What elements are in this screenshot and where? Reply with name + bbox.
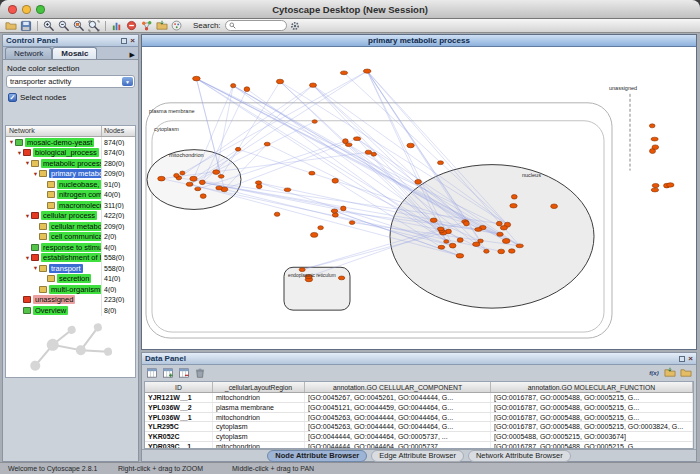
graph-node[interactable] — [502, 238, 510, 243]
graph-node[interactable] — [200, 194, 206, 199]
graph-node[interactable] — [256, 184, 262, 189]
graph-node[interactable] — [498, 249, 505, 254]
graph-node[interactable] — [438, 245, 445, 249]
graph-node[interactable] — [353, 137, 360, 141]
table-row[interactable]: YPL036W__1mitochondrion[GO:0045263, GO:0… — [145, 413, 693, 423]
graph-node[interactable] — [464, 221, 470, 226]
search-field[interactable] — [225, 20, 287, 31]
tree-item[interactable]: cell communication2(0) — [6, 232, 135, 243]
graph-node[interactable] — [551, 204, 558, 209]
tab-network-attribute-browser[interactable]: Network Attribute Browser — [468, 450, 571, 462]
tree-item[interactable]: unassigned223(0) — [6, 295, 135, 306]
graph-node[interactable] — [318, 226, 324, 230]
graph-node[interactable] — [284, 188, 291, 192]
graph-node[interactable] — [449, 243, 456, 248]
delete-attribute-button[interactable] — [177, 367, 191, 380]
formula-builder-button[interactable]: f(x) — [647, 367, 661, 380]
graph-node[interactable] — [195, 187, 201, 191]
table-row[interactable]: YPL036W__2plasma membrane[GO:0045121, GO… — [145, 403, 693, 413]
window-titlebar[interactable]: Cytoscape Desktop (New Session) — [0, 0, 700, 19]
tree-item[interactable]: ▼cellular process422(0) — [6, 211, 135, 222]
graph-node[interactable] — [484, 249, 489, 253]
column-header-region[interactable]: _cellularLayoutRegion — [213, 382, 305, 392]
zoom-fit-button[interactable] — [87, 19, 101, 32]
graph-node[interactable] — [312, 120, 317, 124]
column-header-cellular-component[interactable]: annotation.GO CELLULAR_COMPONENT — [305, 382, 491, 392]
tab-node-attribute-browser[interactable]: Node Attribute Browser — [267, 450, 367, 462]
tree-item[interactable]: response to stimulus4(0) — [6, 242, 135, 253]
tree-item[interactable]: ▼metabolic process280(0) — [6, 158, 135, 169]
graph-node[interactable] — [649, 124, 655, 128]
graph-node[interactable] — [509, 249, 516, 253]
zoom-out-button[interactable] — [57, 19, 71, 32]
graph-node[interactable] — [190, 176, 197, 181]
graph-node[interactable] — [174, 173, 179, 177]
graph-node[interactable] — [332, 178, 338, 183]
graph-node[interactable] — [510, 204, 517, 208]
graph-node[interactable] — [213, 170, 220, 175]
table-row[interactable]: YDR039C__1mitochondrion[GO:0044444, GO:0… — [145, 442, 693, 449]
tree-item[interactable]: nitrogen compound metabolic process40(0) — [6, 190, 135, 201]
create-network-from-selection-button[interactable] — [140, 19, 154, 32]
graph-node[interactable] — [341, 206, 346, 211]
import-network-button[interactable] — [155, 19, 169, 32]
graph-node[interactable] — [218, 175, 224, 179]
float-panel-icon[interactable] — [679, 356, 685, 362]
graph-node[interactable] — [667, 183, 674, 187]
graph-node[interactable] — [652, 183, 659, 187]
expander-icon[interactable]: ▼ — [32, 171, 39, 177]
graph-node[interactable] — [338, 276, 344, 280]
visual-mapper-button[interactable] — [170, 19, 184, 32]
graph-node[interactable] — [365, 150, 372, 154]
close-window-icon[interactable] — [8, 5, 17, 14]
table-row[interactable]: YKR052Ccytoplasm[GO:0044444, GO:0044464,… — [145, 432, 693, 442]
tab-network[interactable]: Network — [5, 47, 52, 59]
tab-scroll-icon[interactable]: ▶ — [130, 51, 136, 59]
expander-icon[interactable]: ▼ — [24, 213, 31, 219]
expander-icon[interactable]: ▼ — [16, 150, 23, 156]
expander-icon[interactable]: ▼ — [32, 265, 39, 271]
tree-item[interactable]: cellular metabolic process209(0) — [6, 221, 135, 232]
graph-node[interactable] — [651, 188, 658, 192]
graph-node[interactable] — [310, 83, 317, 87]
graph-node[interactable] — [456, 254, 464, 259]
graph-node[interactable] — [255, 181, 261, 185]
expander-icon[interactable]: ▼ — [8, 139, 15, 145]
graph-node[interactable] — [332, 213, 338, 217]
zoom-in-button[interactable] — [42, 19, 56, 32]
graph-node[interactable] — [276, 79, 283, 84]
create-attribute-button[interactable] — [161, 367, 175, 380]
graph-node[interactable] — [309, 171, 315, 175]
tab-edge-attribute-browser[interactable]: Edge Attribute Browser — [371, 450, 464, 462]
tree-item[interactable]: ▼establishment of localization558(0) — [6, 253, 135, 264]
show-graphics-details-button[interactable] — [110, 19, 124, 32]
graph-node[interactable] — [244, 87, 250, 92]
zoom-window-icon[interactable] — [36, 5, 45, 14]
tree-item[interactable]: macromolecule metabolic process311(0) — [6, 200, 135, 211]
graph-node[interactable] — [497, 232, 503, 236]
graph-node[interactable] — [500, 226, 507, 230]
graph-node[interactable] — [516, 244, 523, 248]
zoom-selected-button[interactable] — [72, 19, 86, 32]
graph-node[interactable] — [345, 143, 352, 147]
search-input[interactable] — [238, 22, 282, 29]
graph-node[interactable] — [444, 240, 449, 244]
close-panel-icon[interactable]: × — [688, 356, 693, 362]
graph-node[interactable] — [231, 84, 236, 88]
tree-item[interactable]: ▼mosaic-demo-yeast874(0) — [6, 137, 135, 148]
expander-icon[interactable]: ▼ — [24, 255, 31, 261]
graph-node[interactable] — [652, 145, 659, 150]
tree-item[interactable]: nucleobase, nucleoside and nucleic acid … — [6, 179, 135, 190]
hide-selected-button[interactable] — [125, 19, 139, 32]
table-row[interactable]: YJR121W__1mitochondrion[GO:0045267, GO:0… — [145, 393, 693, 403]
table-row[interactable]: YLR295Ccytoplasm[GO:0045263, GO:0044444,… — [145, 422, 693, 432]
graph-node[interactable] — [331, 209, 338, 213]
graph-node[interactable] — [475, 228, 482, 232]
graph-node[interactable] — [511, 195, 517, 200]
graph-node[interactable] — [186, 182, 193, 186]
graph-node[interactable] — [216, 186, 223, 190]
search-options-button[interactable] — [288, 19, 302, 32]
tree-item[interactable]: ▼transport558(0) — [6, 263, 135, 274]
graph-node[interactable] — [193, 76, 201, 81]
import-attributes-button[interactable] — [663, 367, 677, 380]
